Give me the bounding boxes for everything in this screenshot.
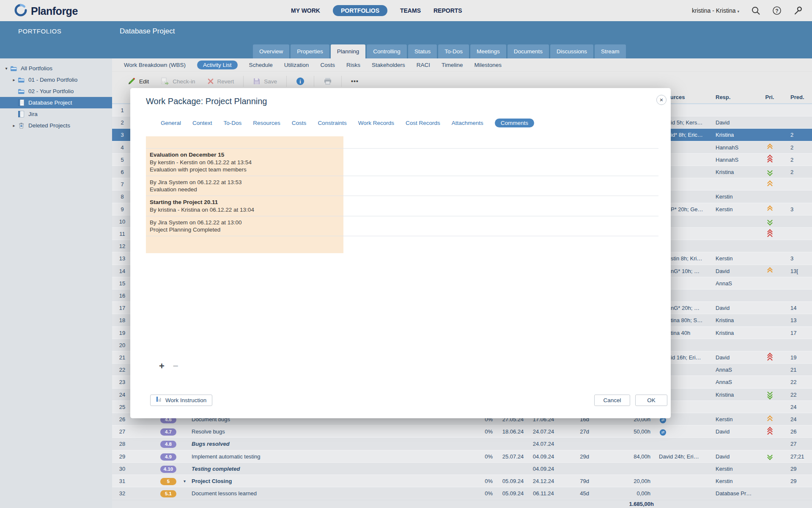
collapse-arrow-icon[interactable]: ▾ xyxy=(184,475,189,487)
help-icon[interactable]: ? xyxy=(772,6,782,15)
dialog-tab-comments[interactable]: Comments xyxy=(495,119,534,127)
predecessors: 2 xyxy=(790,154,812,166)
comment-entry[interactable]: Starting the Project 20.11By kristina - … xyxy=(146,196,658,216)
dialog-tab-general[interactable]: General xyxy=(161,120,181,126)
comment-entry[interactable]: By Jira System on 06.12.22 at 13:53Evalu… xyxy=(146,176,658,196)
tab-status[interactable]: Status xyxy=(408,44,437,58)
search-icon[interactable] xyxy=(751,6,760,15)
comment-entry[interactable]: By Jira System on 06.12.22 at 13:00Proje… xyxy=(146,216,658,236)
tab-to-dos[interactable]: To-Dos xyxy=(438,44,469,58)
dialog-tab-constraints[interactable]: Constraints xyxy=(318,120,346,126)
subtab-risks[interactable]: Risks xyxy=(346,62,360,68)
planforge-logo[interactable]: Planforge xyxy=(14,4,78,18)
subtab-costs[interactable]: Costs xyxy=(320,62,335,68)
row-number: 1 xyxy=(112,104,132,116)
sidebar-item-02-your-portfolio[interactable]: 02 - Your Portfolio xyxy=(0,86,112,97)
toolbar-button-edit[interactable]: Edit xyxy=(121,77,155,86)
dialog-tab-attachments[interactable]: Attachments xyxy=(452,120,483,126)
subtab-utilization[interactable]: Utilization xyxy=(284,62,309,68)
toolbar-label-edit: Edit xyxy=(139,78,149,85)
table-row[interactable]: 294.9Implement automatic testing0%25.07.… xyxy=(112,450,812,463)
tab-overview[interactable]: Overview xyxy=(253,44,289,58)
expand-arrow-icon[interactable]: ▸ xyxy=(11,123,17,128)
subtab-timeline[interactable]: Timeline xyxy=(442,62,463,68)
table-row[interactable]: 274.7Resolve bugs0%18.06.2424.07.2427d50… xyxy=(112,425,812,438)
sidebar-item-label: 02 - Your Portfolio xyxy=(28,88,74,94)
row-number: 3 xyxy=(112,129,132,141)
table-row[interactable]: 325.1Document lessons learned0%05.09.240… xyxy=(112,487,812,500)
printer-icon xyxy=(324,77,332,85)
end-date: 04.09.24 xyxy=(528,463,559,475)
column-header-pri[interactable]: Pri. xyxy=(763,91,777,103)
column-header-pred[interactable]: Pred. xyxy=(790,91,812,103)
dialog-tab-context[interactable]: Context xyxy=(192,120,212,126)
nav-portfolios[interactable]: PORTFOLIOS xyxy=(333,5,387,16)
floppy-icon xyxy=(253,77,261,85)
dialog-tab-to-dos[interactable]: To-Dos xyxy=(224,120,242,126)
resources: id 5h; Kers… xyxy=(671,116,711,129)
close-icon[interactable]: × xyxy=(656,95,667,105)
effort-hours: 0,00h xyxy=(615,487,650,500)
wbs-badge: 4.7 xyxy=(160,428,176,436)
dialog-tab-costs[interactable]: Costs xyxy=(292,120,307,126)
dialog-tab-work-records[interactable]: Work Records xyxy=(358,120,394,126)
tab-properties[interactable]: Properties xyxy=(291,44,329,58)
subtab-activity-list[interactable]: Activity List xyxy=(197,61,238,69)
table-row[interactable]: 284.8Bugs resolved24.07.2427 xyxy=(112,438,812,450)
sidebar-item-deleted-projects[interactable]: ▸Deleted Projects xyxy=(0,120,112,131)
info-button[interactable]: i xyxy=(290,77,310,86)
priority xyxy=(763,166,777,178)
priority-highest-icon xyxy=(768,230,772,238)
nav-teams[interactable]: TEAMS xyxy=(400,7,421,14)
responsible: Kristina xyxy=(716,129,758,141)
tab-stream[interactable]: Stream xyxy=(595,44,626,58)
cancel-button[interactable]: Cancel xyxy=(594,395,630,406)
dialog-tab-cost-records[interactable]: Cost Records xyxy=(406,120,440,126)
priority xyxy=(763,450,777,463)
toolbar-separator xyxy=(286,76,287,87)
tab-documents[interactable]: Documents xyxy=(508,44,549,58)
nav-my-work[interactable]: MY WORK xyxy=(291,7,320,14)
row-number: 15 xyxy=(112,277,132,290)
ok-button[interactable]: OK xyxy=(635,395,667,406)
table-row[interactable]: 315▾Project Closing0%05.09.2424.12.2479d… xyxy=(112,475,812,487)
subtab-schedule[interactable]: Schedule xyxy=(249,62,273,68)
comment-entry[interactable]: Evaluation on December 15By kerstin - Ke… xyxy=(146,149,658,176)
wrench-icon[interactable] xyxy=(793,6,803,15)
tab-meetings[interactable]: Meetings xyxy=(470,44,506,58)
percent-complete: 0% xyxy=(466,450,493,463)
column-header-resp[interactable]: Resp. xyxy=(716,91,758,103)
tab-discussions[interactable]: Discussions xyxy=(550,44,593,58)
percent-complete: 0% xyxy=(466,487,493,500)
tab-planning[interactable]: Planning xyxy=(331,44,366,58)
sidebar-item-all-portfolios[interactable]: ▾All Portfolios xyxy=(0,63,112,74)
sidebar-item-01-demo-portfolio[interactable]: ▸01 - Demo Portfolio xyxy=(0,74,112,86)
duration: 79d xyxy=(561,475,589,487)
dialog-tab-resources[interactable]: Resources xyxy=(253,120,280,126)
expand-arrow-icon[interactable]: ▸ xyxy=(11,77,17,82)
nav-reports[interactable]: REPORTS xyxy=(433,7,462,14)
work-instruction-button[interactable]: Work Instruction xyxy=(150,395,212,406)
subtab-milestones[interactable]: Milestones xyxy=(475,62,502,68)
user-menu[interactable]: kristina - Kristina▾ xyxy=(692,7,739,14)
collapse-arrow-icon[interactable]: ▾ xyxy=(3,66,9,71)
predecessors: 2 xyxy=(790,141,812,154)
tab-controlling[interactable]: Controlling xyxy=(367,44,407,58)
subtab-raci[interactable]: RACI xyxy=(417,62,430,68)
more-button[interactable]: ••• xyxy=(345,78,365,85)
subtab-stakeholders[interactable]: Stakeholders xyxy=(372,62,405,68)
priority-low-icon xyxy=(768,453,772,460)
priority xyxy=(763,425,777,438)
sidebar-item-database-project[interactable]: Database Project xyxy=(0,97,112,108)
toolbar-separator xyxy=(341,76,342,87)
new-comment-row[interactable] xyxy=(146,136,658,149)
sidebar-item-jira[interactable]: Jira xyxy=(0,108,112,120)
printer-button[interactable] xyxy=(318,77,338,85)
subtab-work-breakdown-wbs[interactable]: Work Breakdown (WBS) xyxy=(124,62,186,68)
priority xyxy=(763,154,777,166)
top-bar: Planforge MY WORKPORTFOLIOSTEAMSREPORTS … xyxy=(0,0,812,21)
effort-hours: 50,00h xyxy=(615,425,650,438)
table-row[interactable]: 304.10Testing completed04.09.24Kerstin29 xyxy=(112,463,812,475)
add-comment-button[interactable]: + xyxy=(159,362,165,371)
resources: P* 20h; Ge… xyxy=(671,203,711,215)
